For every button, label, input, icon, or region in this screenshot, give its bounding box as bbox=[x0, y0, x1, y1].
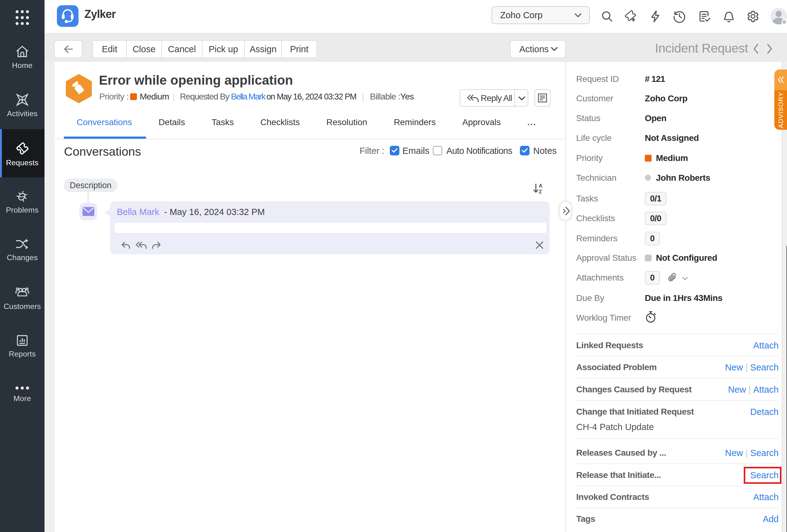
svg-text:A: A bbox=[539, 183, 543, 189]
svg-text:Z: Z bbox=[539, 189, 542, 194]
